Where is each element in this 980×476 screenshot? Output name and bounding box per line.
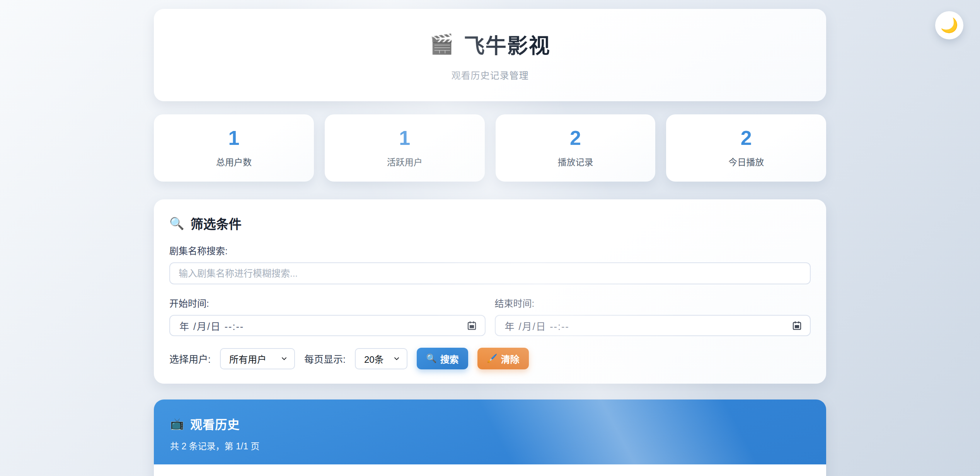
moon-icon: 🌙 bbox=[940, 17, 958, 34]
stat-value: 2 bbox=[570, 128, 581, 148]
end-time-label: 结束时间: bbox=[495, 296, 811, 309]
watch-history-title-text: 观看历史 bbox=[190, 415, 240, 432]
end-time-group: 结束时间: 年 /月/日 --:-- bbox=[495, 296, 811, 336]
stat-card-today-plays: 2 今日播放 bbox=[666, 114, 826, 182]
app-subtitle: 观看历史记录管理 bbox=[452, 68, 529, 82]
user-select[interactable]: 所有用户 bbox=[220, 348, 295, 369]
chevron-down-icon bbox=[280, 355, 288, 362]
start-time-label: 开始时间: bbox=[169, 296, 486, 309]
watch-history-header: 📺 观看历史 共 2 条记录，第 1/1 页 bbox=[154, 400, 826, 464]
calendar-icon[interactable] bbox=[792, 320, 802, 331]
clear-button-label: 清除 bbox=[501, 352, 520, 366]
app-header-card: 🎬 飞牛影视 观看历史记录管理 bbox=[154, 9, 826, 101]
stat-value: 1 bbox=[228, 128, 239, 148]
chevron-down-icon bbox=[393, 355, 401, 362]
stats-grid: 1 总用户数 1 活跃用户 2 播放记录 2 今日播放 bbox=[154, 114, 826, 182]
stat-label: 活跃用户 bbox=[387, 155, 423, 168]
app-title-text: 飞牛影视 bbox=[464, 29, 551, 60]
tv-icon: 📺 bbox=[170, 417, 184, 430]
filter-panel: 🔍 筛选条件 剧集名称搜索: 开始时间: 年 /月/日 --:-- bbox=[154, 199, 826, 384]
user-select-value: 所有用户 bbox=[229, 352, 266, 366]
start-time-group: 开始时间: 年 /月/日 --:-- bbox=[169, 296, 486, 336]
search-button-label: 搜索 bbox=[440, 352, 459, 366]
filter-actions-row: 选择用户: 所有用户 每页显示: 20条 🔍 bbox=[169, 348, 811, 369]
page-title: 🎬 飞牛影视 bbox=[429, 29, 550, 60]
series-search-group: 剧集名称搜索: bbox=[169, 243, 811, 284]
page-size-select[interactable]: 20条 bbox=[355, 348, 407, 369]
stat-card-total-users: 1 总用户数 bbox=[154, 114, 314, 182]
series-search-input[interactable] bbox=[169, 262, 811, 284]
calendar-icon[interactable] bbox=[467, 320, 477, 331]
record-count-summary: 共 2 条记录，第 1/1 页 bbox=[170, 439, 810, 452]
paintbrush-icon: 🖌️ bbox=[487, 354, 497, 363]
datetime-placeholder: 年 /月/日 --:-- bbox=[179, 319, 244, 333]
stat-label: 今日播放 bbox=[728, 155, 764, 168]
filter-title-text: 筛选条件 bbox=[191, 214, 242, 233]
stat-card-active-users: 1 活跃用户 bbox=[325, 114, 485, 182]
filter-section-title: 🔍 筛选条件 bbox=[169, 214, 811, 233]
magnifier-icon: 🔍 bbox=[169, 216, 184, 231]
watch-history-section: 📺 观看历史 共 2 条记录，第 1/1 页 崖上的波妞 bbox=[154, 400, 826, 476]
stat-card-play-records: 2 播放记录 bbox=[496, 114, 656, 182]
stat-label: 播放记录 bbox=[557, 155, 593, 168]
series-search-label: 剧集名称搜索: bbox=[169, 243, 811, 257]
datetime-placeholder: 年 /月/日 --:-- bbox=[505, 319, 569, 333]
date-range-group: 开始时间: 年 /月/日 --:-- 结束时间: bbox=[169, 296, 811, 336]
theme-toggle-button[interactable]: 🌙 bbox=[935, 11, 963, 39]
start-time-input[interactable]: 年 /月/日 --:-- bbox=[169, 315, 486, 336]
end-time-input[interactable]: 年 /月/日 --:-- bbox=[495, 315, 811, 336]
page-size-value: 20条 bbox=[364, 352, 384, 366]
stat-label: 总用户数 bbox=[216, 155, 252, 168]
stat-value: 1 bbox=[399, 128, 410, 148]
watch-history-title: 📺 观看历史 bbox=[170, 415, 810, 432]
page-size-label: 每页显示: bbox=[304, 352, 346, 366]
search-button[interactable]: 🔍 搜索 bbox=[417, 348, 468, 369]
magnifier-icon: 🔍 bbox=[426, 354, 436, 363]
stat-value: 2 bbox=[741, 128, 752, 148]
main-container: 🎬 飞牛影视 观看历史记录管理 1 总用户数 1 活跃用户 2 播放记录 2 今… bbox=[154, 0, 826, 476]
watch-history-list: 崖上的波妞 bbox=[154, 464, 826, 476]
clear-button[interactable]: 🖌️ 清除 bbox=[477, 348, 529, 369]
clapperboard-icon: 🎬 bbox=[429, 34, 454, 54]
user-select-label: 选择用户: bbox=[169, 352, 211, 366]
